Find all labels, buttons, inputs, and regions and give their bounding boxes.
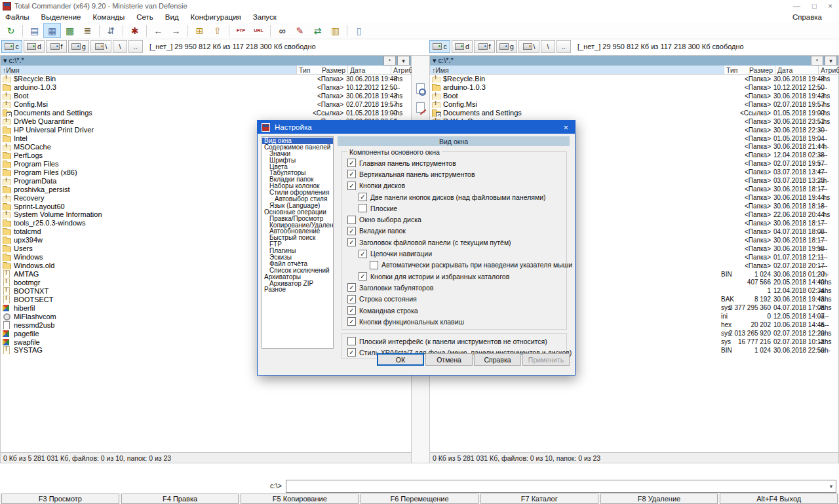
fkey-button-F8[interactable]: F8 Удаление (600, 494, 718, 504)
dialog-close-icon[interactable]: × (560, 123, 571, 132)
fkey-button-F4[interactable]: F4 Правка (121, 494, 239, 504)
drive-button-d[interactable]: d (452, 40, 473, 53)
column-header-attr[interactable]: Атриб (391, 66, 411, 74)
checkbox-option[interactable]: ✓Строка состояния (347, 294, 564, 305)
file-row[interactable]: Config.Msi<Папка>02.07.2018 19:57--hs (1, 100, 411, 109)
drive-button-g[interactable]: g (496, 40, 517, 53)
menu-item-help[interactable]: Справка (792, 13, 822, 21)
checkbox-checked-icon[interactable]: ✓ (359, 250, 367, 258)
checkbox-checked-icon[interactable]: ✓ (347, 317, 356, 326)
sync-dirs-button[interactable]: ⇄ (309, 23, 326, 38)
fkey-button-F6[interactable]: F6 Перемещение (361, 494, 478, 504)
checkbox-checked-icon[interactable]: ✓ (359, 193, 367, 201)
column-header-date[interactable]: Дата (348, 66, 391, 74)
file-row[interactable]: arduino-1.0.3<Папка>10.12.2012 12:50---- (1, 83, 411, 92)
close-button[interactable]: × (829, 2, 832, 10)
edit-file-icon[interactable] (416, 102, 426, 115)
file-row[interactable]: Boot<Папка>30.06.2018 19:43--hs (1, 92, 411, 100)
multi-rename-button[interactable]: ✎ (291, 23, 309, 38)
file-row[interactable]: ↗Documents and Settings<Ссылка>01.05.201… (1, 109, 411, 117)
fkey-button-F5[interactable]: F5 Копирование (241, 494, 359, 504)
checkbox-checked-icon[interactable]: ✓ (347, 283, 356, 292)
column-header-name[interactable]: ↑Имя (1, 66, 297, 74)
fkey-button-F3[interactable]: F3 Просмотр (1, 494, 119, 504)
checkbox-option[interactable]: ✓Командная строка (347, 305, 564, 316)
column-header-type[interactable]: ТипРазмер (297, 66, 348, 74)
restore-button[interactable]: □ (812, 2, 817, 10)
ok-button[interactable]: ОК (377, 353, 424, 366)
right-path-bar[interactable]: ▾ c:\*.* * ▾ (430, 56, 838, 66)
file-row[interactable]: ↗Documents and Settings<Ссылка>01.05.201… (430, 109, 838, 117)
settings-tree-item[interactable]: Разное (262, 286, 333, 293)
new-connection-button[interactable]: ✱ (126, 23, 144, 38)
checkbox-checked-icon[interactable]: ✓ (347, 306, 356, 315)
quick-view-icon[interactable] (416, 83, 426, 96)
checkbox-option[interactable]: ✓Цепочки навигации (347, 248, 564, 259)
tree-view-button[interactable]: ≣ (79, 23, 96, 38)
minimize-button[interactable]: — (793, 2, 800, 10)
search-button[interactable]: ∞ (273, 23, 291, 38)
command-history-chevron-icon[interactable]: ▾ (827, 483, 836, 490)
column-header-date[interactable]: Дата (775, 66, 819, 74)
drive-button-\[interactable]: \ (518, 40, 539, 53)
fkey-button-F7[interactable]: F7 Каталог (480, 494, 598, 504)
column-header-type[interactable]: ТипРазмер (724, 66, 775, 74)
checkbox-option[interactable]: ✓Две панели кнопок дисков (над файловыми… (347, 191, 564, 203)
checkbox-checked-icon[interactable]: ✓ (347, 182, 356, 190)
checkbox-option[interactable]: Автоматически раскрывать при наведении у… (347, 260, 564, 271)
file-row[interactable]: $Recycle.Bin<Папка>30.06.2018 19:48--hs (1, 75, 411, 83)
ftp-url-button[interactable]: URL (250, 23, 267, 38)
back-button[interactable]: ← (149, 23, 167, 38)
checkbox-option[interactable]: ✓Кнопки функциональных клавиш (347, 316, 564, 327)
menu-item-Конфигурация[interactable]: Конфигурация (191, 13, 241, 21)
file-row[interactable]: arduino-1.0.3<Папка>10.12.2012 12:50---- (430, 83, 838, 92)
menu-item-Вид[interactable]: Вид (165, 13, 179, 21)
unpack-button[interactable]: ⇧ (208, 23, 226, 38)
refresh-button[interactable]: ↻ (2, 23, 20, 38)
checkbox-option[interactable]: ✓Кнопки для истории и избранных каталого… (347, 271, 564, 282)
column-header-size[interactable]: Размер (749, 66, 773, 74)
pack-button[interactable]: ⊞ (191, 23, 208, 38)
thumbnails-view-button[interactable]: ▩ (61, 23, 79, 38)
checkbox-option[interactable]: ✓Главная панель инструментов (347, 157, 564, 168)
checkbox-option[interactable]: ✓Заголовок файловой панели (с текущим пу… (347, 237, 564, 248)
checkbox-checked-icon[interactable]: ✓ (359, 272, 367, 281)
column-header-size[interactable]: Размер (322, 66, 345, 74)
checkbox-checked-icon[interactable]: ✓ (347, 227, 356, 235)
checkbox-checked-icon[interactable]: ✓ (347, 295, 356, 303)
checkbox-checked-icon[interactable]: ✓ (347, 238, 356, 246)
notepad-button[interactable]: ▯ (350, 23, 368, 38)
forward-button[interactable]: → (167, 23, 185, 38)
file-row[interactable]: Config.Msi<Папка>02.07.2018 19:57--hs (430, 100, 838, 109)
ftp-connect-button[interactable]: FTP (232, 23, 250, 38)
file-row[interactable]: $Recycle.Bin<Папка>30.06.2018 19:48--hs (430, 75, 838, 83)
checkbox-option[interactable]: ✓Кнопки дисков (347, 180, 564, 191)
filter-button[interactable]: * (811, 56, 823, 66)
history-dropdown-button[interactable]: ▾ (397, 56, 410, 66)
menu-item-Файлы[interactable]: Файлы (5, 13, 29, 21)
drive-button-d[interactable]: d (24, 40, 45, 53)
checkbox-option[interactable]: ✓Вертикальная панель инструментов (347, 168, 564, 180)
fkey-button-Alt+F4[interactable]: Alt+F4 Выход (720, 494, 838, 504)
dialog-title-bar[interactable]: Настройка × (258, 121, 575, 134)
help-button[interactable]: Справка (474, 353, 521, 366)
compare-button[interactable]: ▥ (326, 23, 344, 38)
checkbox-unchecked-icon[interactable] (347, 216, 356, 224)
checkbox-option[interactable]: ✓Вкладки папок (347, 225, 564, 237)
menu-item-Команды[interactable]: Команды (92, 13, 125, 21)
drive-button-g[interactable]: g (68, 40, 89, 53)
menu-item-Выделение[interactable]: Выделение (41, 13, 81, 21)
checkbox-option[interactable]: Плоские (347, 203, 564, 214)
drive-button-\[interactable]: \ (541, 40, 555, 53)
checkbox-unchecked-icon[interactable] (347, 337, 356, 345)
file-row[interactable]: Boot<Папка>30.06.2018 19:43--hs (430, 92, 838, 100)
cancel-button[interactable]: Отмена (425, 353, 473, 366)
drive-button-\[interactable]: \ (90, 40, 111, 53)
full-view-button[interactable]: ▦ (43, 23, 61, 38)
history-dropdown-button[interactable]: ▾ (825, 56, 837, 66)
column-header-name[interactable]: ↑Имя (430, 66, 724, 74)
checkbox-option[interactable]: Окно выбора диска (347, 214, 564, 225)
left-path-bar[interactable]: ▾ c:\*.* * ▾ (1, 56, 411, 66)
drive-button-f[interactable]: f (46, 40, 67, 53)
checkbox-checked-icon[interactable]: ✓ (347, 159, 356, 167)
